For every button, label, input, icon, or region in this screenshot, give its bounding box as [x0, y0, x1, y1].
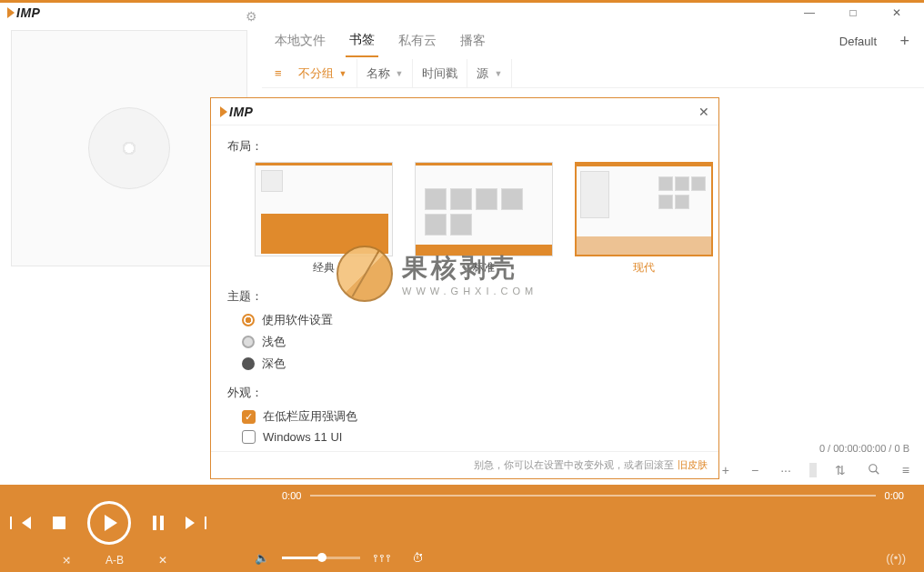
logo-triangle-icon [7, 7, 15, 18]
sort-button[interactable]: ⇅ [831, 461, 849, 479]
logo-triangle-icon [220, 106, 227, 117]
check-accent-lowbar[interactable]: ✓ 在低栏应用强调色 [242, 408, 702, 425]
layout-section-label: 布局： [227, 138, 702, 155]
crossfade-button[interactable]: ✕ [158, 554, 167, 567]
dialog-footer-link[interactable]: 旧皮肤 [678, 458, 708, 472]
filter-bar: ≡ 不分组 ▼ 名称 ▼ 时间戳 源 ▼ [262, 59, 924, 88]
radio-icon [242, 357, 255, 370]
checkbox-icon: ✓ [242, 410, 256, 424]
play-button[interactable] [87, 501, 131, 545]
playback-controls [22, 501, 195, 545]
filter-name-label: 名称 [367, 65, 390, 82]
search-button[interactable] [864, 461, 884, 480]
eq-icons: ⫯⫯⫯ ⏱ [373, 551, 424, 565]
add-playlist-button[interactable]: + [899, 32, 909, 51]
group-menu-icon[interactable]: ≡ [267, 66, 289, 80]
player-bar: 0:00 0:00 ⤨ A-B ✕ 🔈 ⫯⫯⫯ ⏱ ((•)) [0, 485, 924, 572]
theme-dark[interactable]: 深色 [242, 356, 702, 372]
layout-modern-label: 现代 [575, 256, 713, 276]
prev-button[interactable] [22, 517, 31, 529]
dialog-body: 布局： 经典 [211, 125, 718, 451]
playlist-default-label[interactable]: Default [839, 35, 877, 48]
appearance-section-label: 外观： [227, 385, 702, 401]
disc-icon [88, 107, 170, 189]
app-name: IMP [16, 5, 40, 20]
volume-slider[interactable] [282, 557, 360, 559]
next-button[interactable] [186, 517, 195, 529]
secondary-controls: ⤨ A-B ✕ [62, 554, 167, 567]
layout-classic-label: 经典 [255, 256, 393, 276]
filter-name[interactable]: 名称 ▼ [357, 59, 414, 87]
theme-light[interactable]: 浅色 [242, 334, 702, 350]
close-button[interactable]: ✕ [884, 5, 909, 21]
check-win11-label: Windows 11 UI [263, 430, 342, 444]
tab-bar: 本地文件 书签 私有云 播客 Default + [262, 23, 924, 59]
timer-icon[interactable]: ⏱ [412, 551, 424, 565]
stop-button[interactable] [53, 517, 65, 529]
layout-modern-preview [575, 162, 713, 256]
filter-group-label: 不分组 [298, 65, 334, 82]
layout-standard-preview [415, 162, 553, 256]
layout-options: 经典 标准 [255, 162, 702, 276]
volume-icon[interactable]: 🔈 [255, 551, 269, 565]
checkbox-icon [242, 430, 256, 444]
dialog-app-name: IMP [229, 105, 253, 119]
remove-button[interactable]: − [748, 461, 762, 479]
theme-dark-label: 深色 [262, 356, 286, 372]
tab-bookmarks[interactable]: 书签 [346, 25, 378, 57]
filter-timestamp-label: 时间戳 [422, 65, 457, 82]
tab-podcast[interactable]: 播客 [457, 25, 489, 56]
theme-section-label: 主题： [227, 288, 702, 305]
title-bar: IMP — □ ✕ [0, 3, 924, 23]
menu-button[interactable]: ≡ [899, 461, 913, 479]
theme-software-setting[interactable]: 使用软件设置 [242, 312, 702, 328]
layout-classic[interactable]: 经典 [255, 162, 393, 276]
check-win11-ui[interactable]: Windows 11 UI [242, 430, 702, 444]
pause-button[interactable] [153, 516, 164, 530]
radio-icon [242, 336, 255, 348]
dialog-close-button[interactable]: ✕ [698, 105, 709, 119]
dialog-footer: 别急，你可以在设置中改变外观，或者回滚至 旧皮肤 [211, 451, 718, 478]
ab-repeat-button[interactable]: A-B [105, 554, 124, 567]
filter-timestamp[interactable]: 时间戳 [413, 59, 467, 87]
theme-software-label: 使用软件设置 [262, 312, 333, 328]
layout-standard-label: 标准 [415, 256, 553, 276]
app-logo: IMP [7, 5, 40, 20]
maximize-button[interactable]: □ [840, 5, 866, 21]
progress-bar[interactable] [310, 495, 875, 497]
toolbar-divider [809, 463, 817, 477]
broadcast-icon[interactable]: ((•)) [886, 551, 906, 565]
window-controls: — □ ✕ [797, 5, 920, 21]
more-button[interactable]: ··· [777, 461, 795, 479]
tab-local-files[interactable]: 本地文件 [271, 25, 329, 56]
status-text: 0 / 00:00:00:00 / 0 B [819, 443, 909, 454]
add-button[interactable]: + [718, 461, 733, 479]
filter-source-label: 源 [477, 65, 488, 82]
shuffle-button[interactable]: ⤨ [62, 554, 71, 567]
dialog-footer-text: 别急，你可以在设置中改变外观，或者回滚至 [474, 458, 674, 472]
minimize-button[interactable]: — [797, 5, 822, 21]
tab-private-cloud[interactable]: 私有云 [395, 25, 440, 56]
appearance-checks: ✓ 在低栏应用强调色 Windows 11 UI [242, 408, 702, 444]
settings-gear-icon[interactable]: ⚙ [240, 7, 263, 25]
theme-light-label: 浅色 [262, 334, 286, 350]
layout-modern[interactable]: 现代 [575, 162, 713, 276]
layout-classic-preview [255, 162, 393, 256]
dialog-logo: IMP [220, 105, 253, 119]
chevron-down-icon: ▼ [494, 69, 502, 78]
chevron-down-icon: ▼ [396, 69, 404, 78]
svg-point-0 [869, 464, 877, 471]
filter-source[interactable]: 源 ▼ [467, 59, 512, 87]
chevron-down-icon: ▼ [339, 69, 347, 78]
time-total: 0:00 [885, 490, 904, 501]
svg-line-1 [876, 470, 879, 474]
dialog-title-bar: IMP ✕ [211, 98, 718, 125]
time-current: 0:00 [282, 490, 301, 501]
equalizer-icon[interactable]: ⫯⫯⫯ [373, 551, 392, 565]
layout-standard[interactable]: 标准 [415, 162, 553, 276]
appearance-dialog: IMP ✕ 布局： 经典 [210, 97, 719, 479]
filter-group[interactable]: 不分组 ▼ [289, 59, 357, 87]
radio-icon [242, 314, 255, 326]
bottom-toolbar: + − ··· ⇅ ≡ [718, 457, 913, 483]
theme-radios: 使用软件设置 浅色 深色 [242, 312, 702, 372]
